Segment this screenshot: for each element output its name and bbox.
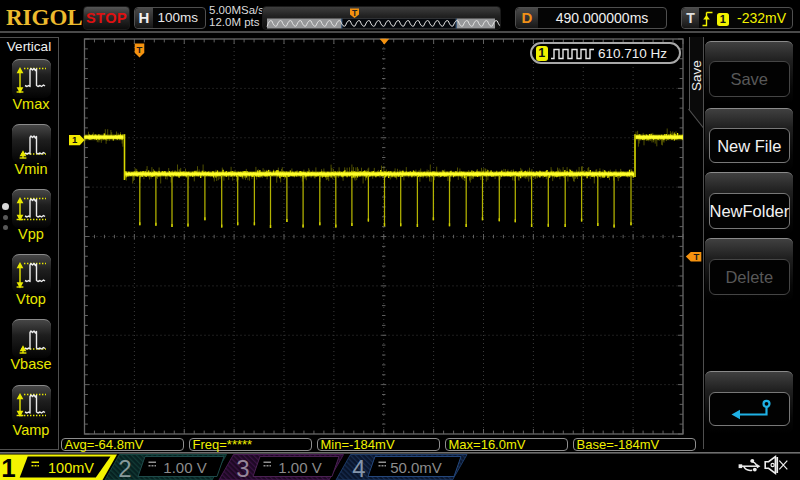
svg-text:T: T <box>137 44 143 55</box>
svg-text:T: T <box>352 8 358 18</box>
svg-text:100mV: 100mV <box>48 460 94 476</box>
svg-text:1.00 V: 1.00 V <box>278 459 321 476</box>
svg-text:3: 3 <box>236 455 249 480</box>
svg-text:2: 2 <box>118 455 131 480</box>
svg-text:T: T <box>694 251 700 262</box>
svg-text:1.00 V: 1.00 V <box>163 459 206 476</box>
svg-text:4: 4 <box>352 455 365 480</box>
svg-text:50.0mV: 50.0mV <box>390 459 442 476</box>
svg-text:1: 1 <box>1 453 15 480</box>
svg-text:1: 1 <box>72 134 78 145</box>
